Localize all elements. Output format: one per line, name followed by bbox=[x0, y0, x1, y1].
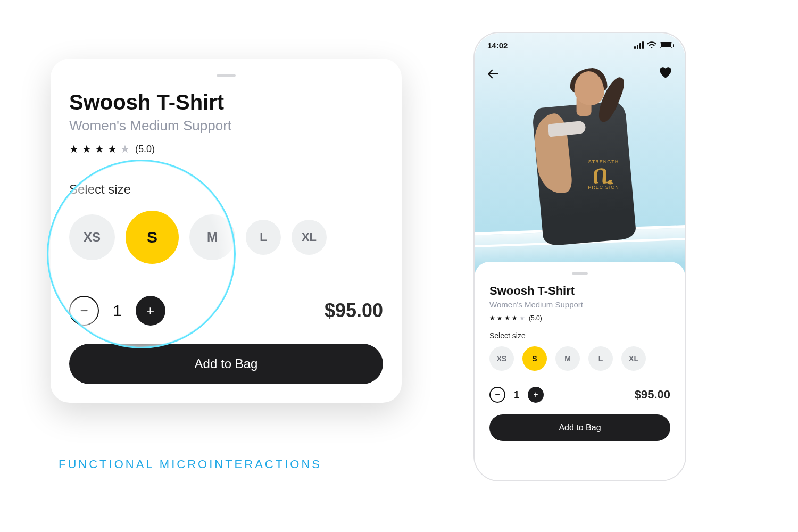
shirt-logo-icon: STRENGTH ቢ PRECISION bbox=[583, 148, 625, 201]
size-option-s[interactable]: S bbox=[522, 346, 547, 371]
battery-icon bbox=[660, 42, 672, 48]
quantity-price-row: − 1 + $95.00 bbox=[489, 387, 670, 403]
star-icon: ★ bbox=[69, 143, 79, 155]
size-option-s[interactable]: S bbox=[126, 211, 179, 264]
size-row: XS S M L XL bbox=[69, 211, 383, 264]
sheet-handle[interactable] bbox=[217, 74, 236, 77]
size-option-m[interactable]: M bbox=[189, 214, 235, 260]
quantity-stepper: − 1 + bbox=[489, 387, 544, 403]
star-icon: ★ bbox=[519, 314, 525, 322]
add-to-bag-button[interactable]: Add to Bag bbox=[69, 344, 383, 384]
rating-value: (5.0) bbox=[529, 314, 542, 322]
status-time: 14:02 bbox=[487, 41, 508, 50]
size-option-xs[interactable]: XS bbox=[489, 346, 514, 371]
quantity-stepper: − 1 + bbox=[69, 296, 165, 326]
product-hero-image: STRENGTH ቢ PRECISION bbox=[475, 33, 685, 278]
size-option-l[interactable]: L bbox=[246, 220, 281, 255]
star-icon: ★ bbox=[120, 143, 130, 155]
product-detail-card-zoom: Swoosh T-Shirt Women's Medium Support ★ … bbox=[51, 59, 402, 403]
rating-row: ★ ★ ★ ★ ★ (5.0) bbox=[69, 143, 383, 155]
heart-icon bbox=[659, 66, 672, 79]
rating-row: ★ ★ ★ ★ ★ (5.0) bbox=[489, 314, 670, 322]
quantity-increment-button[interactable]: + bbox=[528, 387, 544, 403]
add-to-bag-button[interactable]: Add to Bag bbox=[489, 414, 670, 441]
sheet-handle[interactable] bbox=[572, 272, 588, 275]
star-icon: ★ bbox=[504, 314, 510, 322]
rating-value: (5.0) bbox=[135, 144, 155, 155]
product-title: Swoosh T-Shirt bbox=[69, 90, 383, 114]
favorite-button[interactable] bbox=[659, 66, 672, 82]
size-option-m[interactable]: M bbox=[555, 346, 580, 371]
product-title: Swoosh T-Shirt bbox=[489, 284, 670, 298]
quantity-decrement-button[interactable]: − bbox=[69, 296, 99, 326]
arrow-left-icon bbox=[487, 69, 499, 79]
product-subtitle: Women's Medium Support bbox=[69, 118, 383, 134]
star-icon: ★ bbox=[489, 314, 495, 322]
price-label: $95.00 bbox=[635, 388, 670, 402]
product-subtitle: Women's Medium Support bbox=[489, 300, 670, 309]
caption-label: FUNCTIONAL MICROINTERACTIONS bbox=[59, 458, 322, 471]
size-option-l[interactable]: L bbox=[588, 346, 613, 371]
star-icon: ★ bbox=[82, 143, 92, 155]
phone-mock: 14:02 STRENGTH ቢ PRECISION bbox=[473, 32, 686, 481]
size-option-xs[interactable]: XS bbox=[69, 214, 115, 260]
cellular-signal-icon bbox=[634, 41, 644, 49]
quantity-increment-button[interactable]: + bbox=[136, 296, 165, 326]
price-label: $95.00 bbox=[325, 300, 383, 322]
quantity-value: 1 bbox=[113, 302, 122, 320]
select-size-label: Select size bbox=[489, 331, 670, 340]
select-size-label: Select size bbox=[69, 182, 383, 197]
star-icon: ★ bbox=[497, 314, 503, 322]
star-icon: ★ bbox=[512, 314, 518, 322]
product-detail-sheet: Swoosh T-Shirt Women's Medium Support ★ … bbox=[475, 262, 685, 480]
size-option-xl[interactable]: XL bbox=[621, 346, 646, 371]
size-option-xl[interactable]: XL bbox=[292, 220, 327, 255]
back-button[interactable] bbox=[487, 68, 499, 82]
status-icons bbox=[634, 41, 672, 49]
status-bar: 14:02 bbox=[475, 33, 685, 57]
size-row: XS S M L XL bbox=[489, 346, 670, 371]
star-icon: ★ bbox=[107, 143, 117, 155]
star-icon: ★ bbox=[95, 143, 104, 155]
quantity-price-row: − 1 + $95.00 bbox=[69, 296, 383, 326]
wifi-icon bbox=[647, 41, 656, 49]
quantity-decrement-button[interactable]: − bbox=[489, 387, 505, 403]
quantity-value: 1 bbox=[514, 389, 519, 401]
